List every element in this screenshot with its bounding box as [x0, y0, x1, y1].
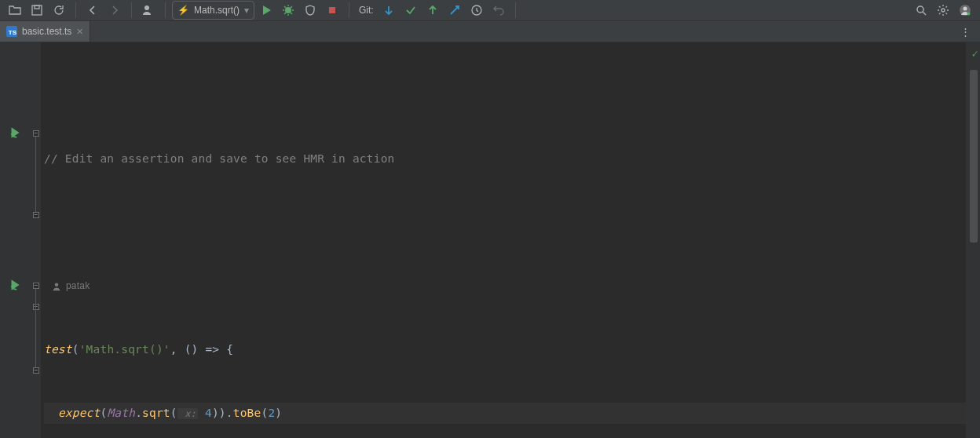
editor: − − − − − // Edit an assertion and save …: [0, 42, 980, 438]
tab-filename: basic.test.ts: [22, 26, 71, 37]
no-problems-icon[interactable]: ✓: [972, 47, 978, 60]
fold-icon[interactable]: −: [33, 283, 39, 289]
coverage-icon[interactable]: [300, 0, 320, 20]
svg-point-2: [144, 5, 149, 10]
avatar-icon[interactable]: [955, 0, 975, 20]
code-comment: // Edit an assertion and save to see HMR…: [44, 152, 395, 165]
search-icon[interactable]: [911, 0, 931, 20]
git-incoming-icon[interactable]: [444, 0, 465, 20]
user-add-icon[interactable]: [138, 0, 159, 20]
gutter: [0, 42, 31, 438]
svg-point-9: [964, 7, 967, 11]
fold-icon[interactable]: −: [33, 304, 39, 310]
settings-icon[interactable]: [933, 0, 953, 20]
run-gutter-icon-1[interactable]: [8, 126, 22, 140]
fold-gutter: − − − − −: [31, 42, 41, 438]
scrollbar-thumb[interactable]: [970, 70, 978, 243]
svg-rect-1: [35, 5, 39, 9]
svg-point-10: [967, 13, 971, 16]
git-update-icon[interactable]: [378, 0, 399, 20]
chevron-down-icon: ▾: [244, 5, 249, 16]
svg-rect-0: [32, 5, 42, 15]
svg-point-11: [55, 283, 59, 287]
svg-point-6: [917, 6, 923, 13]
stop-icon[interactable]: [322, 0, 342, 20]
right-gutter: ✓: [966, 42, 980, 438]
save-icon[interactable]: [27, 0, 47, 20]
git-label: Git:: [359, 5, 374, 16]
forward-icon[interactable]: [104, 0, 125, 20]
git-history-icon[interactable]: [466, 0, 487, 20]
fold-icon[interactable]: −: [33, 212, 39, 218]
tab-more-icon[interactable]: ⋮: [955, 21, 975, 42]
svg-point-3: [285, 7, 291, 13]
undo-icon[interactable]: [488, 0, 509, 20]
close-tab-icon[interactable]: ✕: [76, 27, 83, 37]
lightning-icon: ⚡: [177, 5, 189, 16]
run-config-dropdown[interactable]: ⚡ Math.sqrt() ▾: [172, 1, 254, 20]
back-icon[interactable]: [82, 0, 103, 20]
open-folder-icon[interactable]: [5, 0, 25, 20]
run-gutter-icon-2[interactable]: [8, 278, 22, 292]
main-toolbar: ⚡ Math.sqrt() ▾ Git:: [0, 0, 980, 21]
debug-icon[interactable]: [278, 0, 298, 20]
git-push-icon[interactable]: [422, 0, 443, 20]
run-config-label: Math.sqrt(): [194, 5, 240, 16]
svg-point-7: [942, 9, 945, 12]
fold-icon[interactable]: −: [33, 130, 39, 137]
tab-basic-test[interactable]: TS basic.test.ts ✕: [0, 21, 90, 42]
svg-rect-4: [329, 7, 335, 13]
refresh-icon[interactable]: [49, 0, 69, 20]
code-area[interactable]: // Edit an assertion and save to see HMR…: [41, 42, 966, 438]
author-annotation[interactable]: patak: [44, 276, 966, 297]
editor-tabbar: TS basic.test.ts ✕ ⋮: [0, 21, 980, 42]
run-icon[interactable]: [256, 0, 276, 20]
ts-file-icon: TS: [6, 26, 17, 37]
fold-icon[interactable]: −: [33, 367, 39, 374]
git-commit-icon[interactable]: [400, 0, 421, 20]
